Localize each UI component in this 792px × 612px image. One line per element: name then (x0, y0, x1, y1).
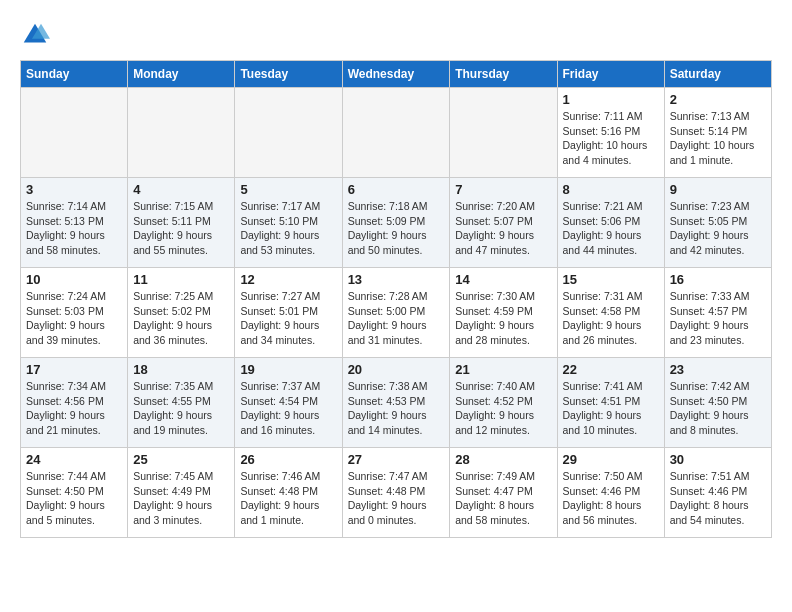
day-info: Sunrise: 7:15 AMSunset: 5:11 PMDaylight:… (133, 199, 229, 258)
weekday-header: Saturday (664, 61, 771, 88)
calendar-cell: 27Sunrise: 7:47 AMSunset: 4:48 PMDayligh… (342, 448, 450, 538)
day-info: Sunrise: 7:24 AMSunset: 5:03 PMDaylight:… (26, 289, 122, 348)
day-number: 1 (563, 92, 659, 107)
day-info: Sunrise: 7:46 AMSunset: 4:48 PMDaylight:… (240, 469, 336, 528)
calendar-cell: 17Sunrise: 7:34 AMSunset: 4:56 PMDayligh… (21, 358, 128, 448)
day-number: 28 (455, 452, 551, 467)
day-info: Sunrise: 7:30 AMSunset: 4:59 PMDaylight:… (455, 289, 551, 348)
day-info: Sunrise: 7:25 AMSunset: 5:02 PMDaylight:… (133, 289, 229, 348)
day-info: Sunrise: 7:45 AMSunset: 4:49 PMDaylight:… (133, 469, 229, 528)
logo-icon (20, 20, 50, 50)
header (20, 20, 772, 50)
calendar-cell: 5Sunrise: 7:17 AMSunset: 5:10 PMDaylight… (235, 178, 342, 268)
day-info: Sunrise: 7:34 AMSunset: 4:56 PMDaylight:… (26, 379, 122, 438)
day-number: 17 (26, 362, 122, 377)
day-number: 2 (670, 92, 766, 107)
calendar-cell: 12Sunrise: 7:27 AMSunset: 5:01 PMDayligh… (235, 268, 342, 358)
weekday-header: Thursday (450, 61, 557, 88)
day-info: Sunrise: 7:13 AMSunset: 5:14 PMDaylight:… (670, 109, 766, 168)
calendar-cell (235, 88, 342, 178)
calendar-cell: 22Sunrise: 7:41 AMSunset: 4:51 PMDayligh… (557, 358, 664, 448)
day-info: Sunrise: 7:41 AMSunset: 4:51 PMDaylight:… (563, 379, 659, 438)
day-number: 16 (670, 272, 766, 287)
calendar-week-row: 17Sunrise: 7:34 AMSunset: 4:56 PMDayligh… (21, 358, 772, 448)
day-number: 5 (240, 182, 336, 197)
calendar-cell (21, 88, 128, 178)
day-number: 11 (133, 272, 229, 287)
day-number: 19 (240, 362, 336, 377)
day-info: Sunrise: 7:38 AMSunset: 4:53 PMDaylight:… (348, 379, 445, 438)
day-info: Sunrise: 7:28 AMSunset: 5:00 PMDaylight:… (348, 289, 445, 348)
day-number: 21 (455, 362, 551, 377)
day-info: Sunrise: 7:33 AMSunset: 4:57 PMDaylight:… (670, 289, 766, 348)
weekday-header: Sunday (21, 61, 128, 88)
calendar-cell: 28Sunrise: 7:49 AMSunset: 4:47 PMDayligh… (450, 448, 557, 538)
calendar-cell: 19Sunrise: 7:37 AMSunset: 4:54 PMDayligh… (235, 358, 342, 448)
day-info: Sunrise: 7:31 AMSunset: 4:58 PMDaylight:… (563, 289, 659, 348)
day-number: 3 (26, 182, 122, 197)
calendar-cell: 8Sunrise: 7:21 AMSunset: 5:06 PMDaylight… (557, 178, 664, 268)
day-info: Sunrise: 7:14 AMSunset: 5:13 PMDaylight:… (26, 199, 122, 258)
calendar-cell (128, 88, 235, 178)
day-info: Sunrise: 7:50 AMSunset: 4:46 PMDaylight:… (563, 469, 659, 528)
calendar-cell: 26Sunrise: 7:46 AMSunset: 4:48 PMDayligh… (235, 448, 342, 538)
day-info: Sunrise: 7:27 AMSunset: 5:01 PMDaylight:… (240, 289, 336, 348)
day-number: 24 (26, 452, 122, 467)
calendar-cell: 11Sunrise: 7:25 AMSunset: 5:02 PMDayligh… (128, 268, 235, 358)
calendar-week-row: 24Sunrise: 7:44 AMSunset: 4:50 PMDayligh… (21, 448, 772, 538)
calendar-cell: 24Sunrise: 7:44 AMSunset: 4:50 PMDayligh… (21, 448, 128, 538)
day-number: 23 (670, 362, 766, 377)
calendar-cell: 7Sunrise: 7:20 AMSunset: 5:07 PMDaylight… (450, 178, 557, 268)
calendar-cell: 1Sunrise: 7:11 AMSunset: 5:16 PMDaylight… (557, 88, 664, 178)
day-number: 10 (26, 272, 122, 287)
day-number: 29 (563, 452, 659, 467)
day-number: 25 (133, 452, 229, 467)
weekday-header: Tuesday (235, 61, 342, 88)
calendar-cell: 3Sunrise: 7:14 AMSunset: 5:13 PMDaylight… (21, 178, 128, 268)
day-info: Sunrise: 7:42 AMSunset: 4:50 PMDaylight:… (670, 379, 766, 438)
calendar: SundayMondayTuesdayWednesdayThursdayFrid… (20, 60, 772, 538)
calendar-cell: 30Sunrise: 7:51 AMSunset: 4:46 PMDayligh… (664, 448, 771, 538)
calendar-week-row: 10Sunrise: 7:24 AMSunset: 5:03 PMDayligh… (21, 268, 772, 358)
calendar-cell (342, 88, 450, 178)
day-info: Sunrise: 7:11 AMSunset: 5:16 PMDaylight:… (563, 109, 659, 168)
day-info: Sunrise: 7:35 AMSunset: 4:55 PMDaylight:… (133, 379, 229, 438)
calendar-cell (450, 88, 557, 178)
day-number: 18 (133, 362, 229, 377)
day-number: 14 (455, 272, 551, 287)
day-number: 8 (563, 182, 659, 197)
day-info: Sunrise: 7:37 AMSunset: 4:54 PMDaylight:… (240, 379, 336, 438)
calendar-cell: 16Sunrise: 7:33 AMSunset: 4:57 PMDayligh… (664, 268, 771, 358)
day-number: 22 (563, 362, 659, 377)
logo (20, 20, 54, 50)
calendar-cell: 10Sunrise: 7:24 AMSunset: 5:03 PMDayligh… (21, 268, 128, 358)
day-info: Sunrise: 7:20 AMSunset: 5:07 PMDaylight:… (455, 199, 551, 258)
calendar-week-row: 3Sunrise: 7:14 AMSunset: 5:13 PMDaylight… (21, 178, 772, 268)
day-number: 30 (670, 452, 766, 467)
calendar-header-row: SundayMondayTuesdayWednesdayThursdayFrid… (21, 61, 772, 88)
calendar-cell: 23Sunrise: 7:42 AMSunset: 4:50 PMDayligh… (664, 358, 771, 448)
day-number: 4 (133, 182, 229, 197)
calendar-cell: 29Sunrise: 7:50 AMSunset: 4:46 PMDayligh… (557, 448, 664, 538)
day-number: 12 (240, 272, 336, 287)
calendar-cell: 21Sunrise: 7:40 AMSunset: 4:52 PMDayligh… (450, 358, 557, 448)
day-info: Sunrise: 7:40 AMSunset: 4:52 PMDaylight:… (455, 379, 551, 438)
day-number: 27 (348, 452, 445, 467)
day-number: 6 (348, 182, 445, 197)
day-number: 9 (670, 182, 766, 197)
calendar-cell: 2Sunrise: 7:13 AMSunset: 5:14 PMDaylight… (664, 88, 771, 178)
day-number: 20 (348, 362, 445, 377)
day-info: Sunrise: 7:17 AMSunset: 5:10 PMDaylight:… (240, 199, 336, 258)
weekday-header: Wednesday (342, 61, 450, 88)
calendar-cell: 18Sunrise: 7:35 AMSunset: 4:55 PMDayligh… (128, 358, 235, 448)
day-info: Sunrise: 7:44 AMSunset: 4:50 PMDaylight:… (26, 469, 122, 528)
day-info: Sunrise: 7:51 AMSunset: 4:46 PMDaylight:… (670, 469, 766, 528)
day-info: Sunrise: 7:47 AMSunset: 4:48 PMDaylight:… (348, 469, 445, 528)
calendar-cell: 6Sunrise: 7:18 AMSunset: 5:09 PMDaylight… (342, 178, 450, 268)
weekday-header: Friday (557, 61, 664, 88)
calendar-cell: 4Sunrise: 7:15 AMSunset: 5:11 PMDaylight… (128, 178, 235, 268)
day-info: Sunrise: 7:18 AMSunset: 5:09 PMDaylight:… (348, 199, 445, 258)
calendar-cell: 9Sunrise: 7:23 AMSunset: 5:05 PMDaylight… (664, 178, 771, 268)
day-number: 15 (563, 272, 659, 287)
day-info: Sunrise: 7:21 AMSunset: 5:06 PMDaylight:… (563, 199, 659, 258)
